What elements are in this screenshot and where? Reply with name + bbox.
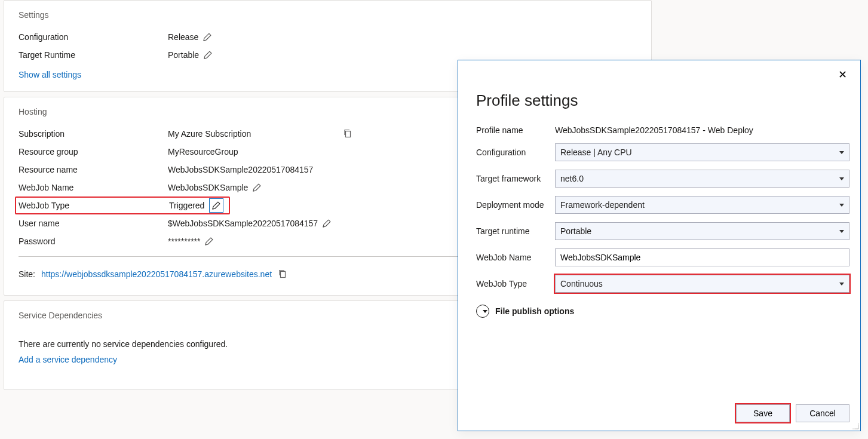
file-publish-options-expander[interactable]: File publish options <box>476 305 849 318</box>
field-label: Deployment mode <box>476 200 555 210</box>
pencil-icon[interactable] <box>203 33 211 41</box>
webjob-type-row-highlighted: WebJob Type Triggered <box>15 197 230 214</box>
field-label: Configuration <box>476 148 555 157</box>
field-label: WebJob Type <box>476 279 555 288</box>
row-label: Resource group <box>19 147 168 156</box>
chevron-down-icon <box>839 151 844 154</box>
row-value: Portable <box>168 50 199 60</box>
profile-settings-dialog: ✕ Profile settings Profile name WebJobsS… <box>458 60 861 431</box>
row-value: Release <box>168 32 198 42</box>
cancel-button[interactable]: Cancel <box>796 404 849 422</box>
close-icon[interactable]: ✕ <box>835 69 851 81</box>
chevron-down-icon <box>839 177 844 180</box>
row-value: $WebJobsSDKSample20220517084157 <box>168 219 318 228</box>
row-label: Password <box>19 237 168 246</box>
field-label: WebJob Name <box>476 253 555 262</box>
expander-label: File publish options <box>495 306 574 316</box>
row-label: WebJob Type <box>19 201 169 210</box>
row-label: WebJob Name <box>19 183 168 192</box>
select-value: net6.0 <box>560 174 584 183</box>
row-label: Target Runtime <box>19 50 168 60</box>
deployment-mode-select[interactable]: Framework-dependent <box>555 196 849 214</box>
select-value: Release | Any CPU <box>560 148 632 157</box>
chevron-down-icon <box>839 204 844 207</box>
site-label: Site: <box>19 269 35 279</box>
pencil-icon[interactable] <box>323 219 331 228</box>
webjob-type-select[interactable]: Continuous <box>555 275 849 293</box>
select-value: Framework-dependent <box>560 200 645 210</box>
site-url-link[interactable]: https://webjobssdksample20220517084157.a… <box>41 269 272 279</box>
row-value: My Azure Subscription <box>168 129 338 139</box>
pencil-icon[interactable] <box>253 183 261 192</box>
dialog-title: Profile settings <box>476 91 849 110</box>
row-label: Configuration <box>19 32 168 42</box>
select-value: Portable <box>560 226 591 236</box>
resize-grip-icon[interactable] <box>852 422 859 429</box>
row-value: WebJobsSDKSample20220517084157 <box>168 165 313 174</box>
row-label: Resource name <box>19 165 168 174</box>
copy-icon[interactable] <box>278 269 287 280</box>
pencil-icon[interactable] <box>205 237 213 245</box>
row-value: WebJobsSDKSample <box>168 183 248 192</box>
pencil-icon[interactable] <box>204 51 212 59</box>
row-value: ********** <box>168 237 200 246</box>
chevron-down-icon <box>476 305 489 318</box>
target-framework-select[interactable]: net6.0 <box>555 170 849 188</box>
profile-name-value: WebJobsSDKSample20220517084157 - Web Dep… <box>555 125 849 135</box>
webjob-name-input[interactable] <box>555 248 849 266</box>
row-value: Triggered <box>169 201 204 210</box>
select-value: Continuous <box>560 279 603 288</box>
field-label: Target runtime <box>476 226 555 236</box>
save-button[interactable]: Save <box>736 404 790 422</box>
settings-card-title: Settings <box>19 10 637 20</box>
row-label: User name <box>19 219 168 228</box>
row-label: Subscription <box>19 129 168 139</box>
configuration-select[interactable]: Release | Any CPU <box>555 143 849 161</box>
field-label: Target framework <box>476 174 555 183</box>
row-value: MyResourceGroup <box>168 147 238 156</box>
copy-icon[interactable] <box>343 128 352 140</box>
pencil-icon[interactable] <box>209 198 223 213</box>
target-runtime-select[interactable]: Portable <box>555 222 849 240</box>
field-label: Profile name <box>476 125 555 135</box>
chevron-down-icon <box>839 230 844 233</box>
chevron-down-icon <box>839 283 844 285</box>
